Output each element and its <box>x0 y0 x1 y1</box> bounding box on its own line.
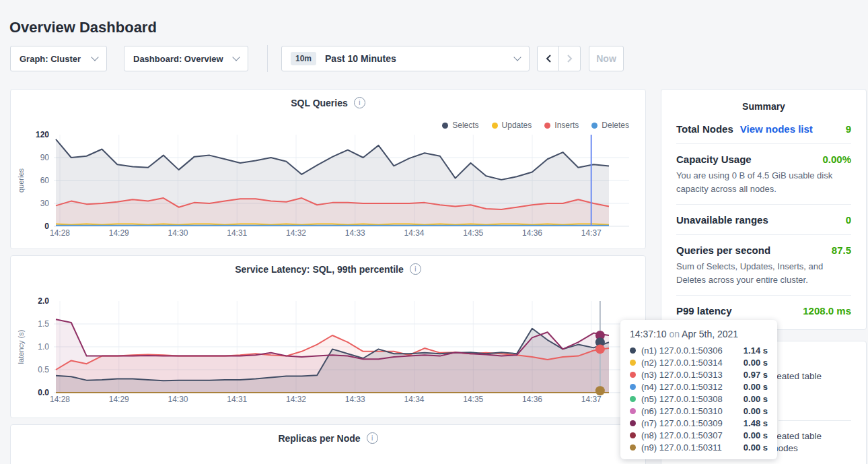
tooltip-date: Apr 5th, 2021 <box>682 329 738 339</box>
info-icon[interactable]: i <box>367 432 378 444</box>
time-range-picker[interactable]: 10m Past 10 Minutes <box>281 46 530 71</box>
svg-text:14:29: 14:29 <box>109 395 129 404</box>
svg-text:14:33: 14:33 <box>345 228 365 238</box>
node-address: (n1) 127.0.0.1:50306 <box>641 345 744 356</box>
replicas-per-node-title: Replicas per Node i <box>11 432 645 444</box>
view-nodes-list-link[interactable]: View nodes list <box>740 123 813 135</box>
legend-dot <box>544 123 550 129</box>
unavailable-ranges-label: Unavailable ranges <box>676 214 768 226</box>
node-latency-value: 1.48 s <box>744 418 768 428</box>
time-range-label: Past 10 Minutes <box>325 53 396 64</box>
svg-text:queries: queries <box>17 168 25 193</box>
node-color-dot <box>630 432 636 438</box>
queries-per-second-value: 87.5 <box>832 244 851 256</box>
node-address: (n9) 127.0.0.1:50311 <box>641 442 744 453</box>
svg-text:14:35: 14:35 <box>463 228 483 238</box>
summary-title: Summary <box>676 90 851 114</box>
node-color-dot <box>630 347 636 354</box>
svg-text:14:36: 14:36 <box>522 228 542 238</box>
capacity-usage-label: Capacity Usage <box>676 154 752 165</box>
tooltip-node-row: (n3) 127.0.0.1:50313 0.97 s <box>630 368 768 380</box>
time-range-badge: 10m <box>291 52 316 65</box>
chart-legend: Selects Updates Inserts Deletes <box>442 121 629 130</box>
tooltip-node-row: (n2) 127.0.0.1:50314 0.00 s <box>630 356 768 368</box>
legend-item-selects[interactable]: Selects <box>442 121 478 130</box>
toolbar-divider <box>267 45 268 72</box>
svg-text:14:31: 14:31 <box>227 228 247 238</box>
tooltip-node-row: (n9) 127.0.0.1:50311 0.00 s <box>630 441 768 453</box>
chevron-down-icon <box>513 53 521 61</box>
events-divider <box>779 420 851 421</box>
node-color-dot <box>630 444 636 451</box>
legend-label: Deletes <box>602 121 629 130</box>
node-address: (n2) 127.0.0.1:50314 <box>641 358 744 368</box>
legend-label: Updates <box>502 121 532 130</box>
svg-text:60: 60 <box>40 176 50 185</box>
time-back-button[interactable] <box>537 46 559 71</box>
summary-row-capacity: Capacity Usage 0.00% You are using 0 B o… <box>676 144 851 205</box>
legend-item-updates[interactable]: Updates <box>492 121 532 130</box>
sql-queries-chart[interactable]: 14:2814:2914:3014:3114:3214:3314:3414:35… <box>11 131 645 245</box>
latency-chart[interactable]: 14:2814:2914:3014:3114:3214:3314:3414:35… <box>11 297 645 411</box>
svg-text:0.0: 0.0 <box>38 388 49 397</box>
legend-label: Selects <box>452 121 478 130</box>
svg-text:1.5: 1.5 <box>38 319 49 329</box>
svg-text:14:37: 14:37 <box>581 228 602 238</box>
node-latency-value: 0.00 s <box>744 406 768 416</box>
replicas-per-node-panel: Replicas per Node i <box>10 424 646 464</box>
graph-dropdown-label: Graph: Cluster <box>20 54 81 64</box>
node-latency-value: 0.00 s <box>744 358 768 368</box>
total-nodes-value: 9 <box>846 123 851 135</box>
dashboard-dropdown[interactable]: Dashboard: Overview <box>124 46 248 71</box>
sql-queries-panel: SQL Queries i Selects Updates Inserts De… <box>10 89 646 249</box>
node-color-dot <box>630 420 636 426</box>
tooltip-node-row: (n6) 127.0.0.1:50310 0.00 s <box>630 405 768 417</box>
svg-text:14:37: 14:37 <box>581 395 602 404</box>
svg-text:14:30: 14:30 <box>168 228 188 238</box>
svg-text:14:31: 14:31 <box>227 395 247 404</box>
node-latency-value: 1.14 s <box>744 345 768 356</box>
chart-title-text: Service Latency: SQL, 99th percentile <box>235 264 404 275</box>
svg-text:latency (s): latency (s) <box>17 330 25 364</box>
info-icon[interactable]: i <box>354 97 365 108</box>
sql-queries-title: SQL Queries i <box>11 97 645 108</box>
legend-label: Inserts <box>554 121 579 130</box>
chevron-down-icon <box>232 53 240 61</box>
node-address: (n5) 127.0.0.1:50308 <box>641 394 744 404</box>
svg-text:14:35: 14:35 <box>463 395 483 404</box>
svg-text:14:28: 14:28 <box>50 395 70 404</box>
now-button-label: Now <box>596 53 616 64</box>
node-address: (n8) 127.0.0.1:50307 <box>641 430 744 440</box>
chevron-left-icon <box>545 54 552 63</box>
total-nodes-label: Total Nodes <box>676 123 733 135</box>
node-latency-value: 0.00 s <box>744 382 768 392</box>
node-address: (n4) 127.0.0.1:50312 <box>641 382 744 392</box>
svg-text:14:34: 14:34 <box>404 228 424 238</box>
summary-row-unavailable: Unavailable ranges 0 <box>676 205 851 235</box>
legend-dot <box>492 123 498 129</box>
legend-item-deletes[interactable]: Deletes <box>591 121 629 130</box>
node-color-dot <box>630 396 636 402</box>
graph-dropdown[interactable]: Graph: Cluster <box>10 46 107 71</box>
svg-text:14:36: 14:36 <box>522 395 542 404</box>
tooltip-node-row: (n7) 127.0.0.1:50309 1.48 s <box>630 417 768 429</box>
svg-text:14:30: 14:30 <box>168 395 188 404</box>
tooltip-node-row: (n5) 127.0.0.1:50308 0.00 s <box>630 393 768 405</box>
time-forward-button[interactable] <box>558 46 581 71</box>
now-button[interactable]: Now <box>589 46 624 71</box>
chevron-right-icon <box>567 54 573 63</box>
node-latency-value: 0.00 s <box>744 430 768 440</box>
info-icon[interactable]: i <box>410 263 421 275</box>
node-color-dot <box>630 408 636 414</box>
node-address: (n6) 127.0.0.1:50310 <box>641 406 744 416</box>
unavailable-ranges-value: 0 <box>846 214 851 226</box>
tooltip-time: 14:37:10 <box>630 329 667 339</box>
tooltip-timestamp: 14:37:10 on Apr 5th, 2021 <box>630 329 768 339</box>
p99-latency-label: P99 latency <box>676 305 732 317</box>
svg-text:30: 30 <box>40 199 50 208</box>
svg-text:14:29: 14:29 <box>109 228 129 238</box>
svg-text:120: 120 <box>36 131 49 139</box>
tooltip-node-row: (n8) 127.0.0.1:50307 0.00 s <box>630 429 768 441</box>
legend-item-inserts[interactable]: Inserts <box>544 121 579 130</box>
service-latency-panel: Service Latency: SQL, 99th percentile i … <box>10 255 646 418</box>
